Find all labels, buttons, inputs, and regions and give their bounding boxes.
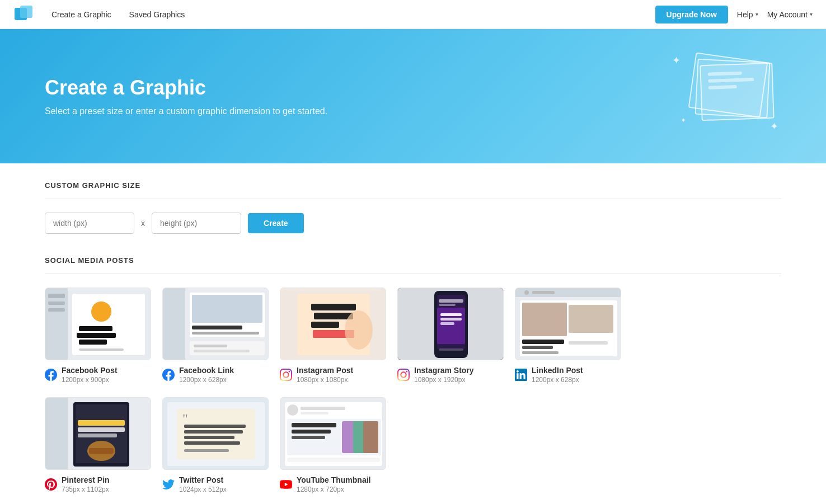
preset-info-facebook-post: Facebook Post 1200px x 900px xyxy=(45,366,151,384)
preset-name-facebook-link: Facebook Link xyxy=(179,366,234,375)
svg-rect-73 xyxy=(301,412,328,414)
preset-info-facebook-link: Facebook Link 1200px x 628px xyxy=(162,366,269,384)
svg-rect-77 xyxy=(292,436,325,439)
svg-rect-56 xyxy=(78,427,125,432)
svg-rect-19 xyxy=(190,341,265,355)
preset-info-instagram-post: Instagram Post 1080px x 1080px xyxy=(280,366,386,384)
preset-info-pinterest-pin: Pinterest Pin 735px x 1102px xyxy=(45,475,151,493)
preset-thumb-twitter-post: " xyxy=(162,397,269,470)
preset-card-pinterest-pin[interactable]: Pinterest Pin 735px x 1102px xyxy=(45,397,151,493)
svg-rect-57 xyxy=(78,434,117,437)
create-custom-button[interactable]: Create xyxy=(248,213,304,233)
preset-info-linkedin-post: LinkedIn Post 1200px x 628px xyxy=(515,366,621,384)
svg-rect-50 xyxy=(522,351,559,354)
svg-rect-14 xyxy=(163,288,185,360)
preset-dims-twitter-post: 1024px x 512px xyxy=(179,486,227,493)
svg-rect-38 xyxy=(439,348,463,351)
preset-name-twitter-post: Twitter Post xyxy=(179,475,227,484)
svg-rect-6 xyxy=(48,308,65,312)
navbar: Create a Graphic Saved Graphics Upgrade … xyxy=(0,0,826,29)
hero-title: Create a Graphic xyxy=(45,76,327,100)
preset-thumb-youtube-thumbnail xyxy=(280,397,386,470)
preset-card-youtube-thumbnail[interactable]: YouTube Thumbnail 1280px x 720px xyxy=(280,397,386,493)
social-media-posts-title: SOCIAL MEDIA POSTS xyxy=(45,256,781,265)
upgrade-now-button[interactable]: Upgrade Now xyxy=(655,6,728,23)
svg-rect-18 xyxy=(192,332,259,335)
svg-rect-1 xyxy=(20,6,32,18)
svg-rect-40 xyxy=(515,288,621,297)
nav-saved-graphics[interactable]: Saved Graphics xyxy=(129,10,185,19)
sparkle-icon-1: ✦ xyxy=(672,54,680,67)
svg-rect-26 xyxy=(311,322,339,328)
svg-rect-37 xyxy=(440,322,454,325)
svg-rect-44 xyxy=(522,303,567,336)
height-input[interactable] xyxy=(152,213,241,234)
preset-dims-facebook-post: 1200px x 900px xyxy=(62,376,118,384)
preset-dims-youtube-thumbnail: 1280px x 720px xyxy=(297,486,370,493)
svg-rect-45 xyxy=(569,305,613,333)
pinterest-icon xyxy=(45,478,57,491)
navbar-right: Upgrade Now Help ▾ My Account ▾ xyxy=(655,6,813,23)
svg-rect-75 xyxy=(292,423,336,427)
hero-subtitle: Select a preset size or enter a custom g… xyxy=(45,106,327,116)
width-input[interactable] xyxy=(45,213,134,234)
custom-size-section: CUSTOM GRAPHIC SIZE x Create xyxy=(45,181,781,234)
svg-rect-52 xyxy=(45,398,68,470)
my-account-menu-button[interactable]: My Account ▾ xyxy=(767,10,813,19)
preset-dims-linkedin-post: 1200px x 628px xyxy=(532,376,583,384)
svg-rect-36 xyxy=(440,318,462,321)
svg-rect-67 xyxy=(184,441,240,445)
preset-card-instagram-post[interactable]: Instagram Post 1080px x 1080px xyxy=(280,288,386,384)
svg-rect-80 xyxy=(363,421,378,453)
svg-rect-81 xyxy=(287,458,380,462)
preset-name-instagram-story: Instagram Story xyxy=(414,366,474,375)
preset-name-pinterest-pin: Pinterest Pin xyxy=(62,475,110,484)
preset-dims-pinterest-pin: 735px x 1102px xyxy=(62,486,110,493)
preset-card-facebook-link[interactable]: Facebook Link 1200px x 628px xyxy=(162,288,269,384)
preset-thumb-linkedin-post xyxy=(515,288,621,360)
svg-rect-46 xyxy=(569,335,615,340)
preset-name-instagram-post: Instagram Post xyxy=(297,366,353,375)
svg-rect-9 xyxy=(79,326,112,331)
svg-text:": " xyxy=(182,411,188,426)
preset-info-twitter-post: Twitter Post 1024px x 512px xyxy=(162,475,269,493)
logo[interactable] xyxy=(13,4,34,25)
svg-rect-34 xyxy=(437,308,465,344)
preset-card-twitter-post[interactable]: " Twitter Post 1024px x xyxy=(162,397,269,493)
main-content: CUSTOM GRAPHIC SIZE x Create SOCIAL MEDI… xyxy=(0,163,826,504)
social-media-posts-section: SOCIAL MEDIA POSTS xyxy=(45,256,781,493)
svg-rect-66 xyxy=(184,436,234,439)
svg-rect-7 xyxy=(72,294,145,355)
preset-card-linkedin-post[interactable]: LinkedIn Post 1200px x 628px xyxy=(515,288,621,384)
svg-rect-76 xyxy=(292,430,331,434)
preset-card-facebook-post[interactable]: Facebook Post 1200px x 900px xyxy=(45,288,151,384)
svg-rect-32 xyxy=(439,299,463,303)
svg-rect-5 xyxy=(48,302,65,305)
svg-rect-33 xyxy=(439,304,456,306)
facebook-link-icon xyxy=(162,369,175,381)
svg-rect-55 xyxy=(78,420,125,426)
x-label: x xyxy=(141,219,145,228)
svg-rect-10 xyxy=(77,333,116,338)
svg-point-8 xyxy=(91,302,111,322)
preset-thumb-instagram-post xyxy=(280,288,386,360)
svg-rect-72 xyxy=(301,407,345,410)
preset-info-youtube-thumbnail: YouTube Thumbnail 1280px x 720px xyxy=(280,475,386,493)
preset-thumb-instagram-story xyxy=(397,288,504,360)
help-chevron-icon: ▾ xyxy=(755,11,758,17)
preset-card-instagram-story[interactable]: Instagram Story 1080px x 1920px xyxy=(397,288,504,384)
svg-rect-48 xyxy=(522,340,564,344)
help-menu-button[interactable]: Help ▾ xyxy=(737,10,758,19)
nav-create-graphic[interactable]: Create a Graphic xyxy=(51,10,111,19)
svg-rect-21 xyxy=(194,350,250,352)
custom-size-title: CUSTOM GRAPHIC SIZE xyxy=(45,181,781,190)
preset-info-instagram-story: Instagram Story 1080px x 1920px xyxy=(397,366,504,384)
sparkle-icon-3: ✦ xyxy=(680,116,686,124)
svg-point-71 xyxy=(287,404,298,416)
svg-rect-16 xyxy=(192,295,262,323)
preset-thumb-facebook-post xyxy=(45,288,151,360)
svg-rect-17 xyxy=(192,326,242,329)
social-media-grid-row2: Pinterest Pin 735px x 1102px " xyxy=(45,397,781,493)
svg-rect-64 xyxy=(184,425,246,428)
svg-rect-42 xyxy=(532,291,555,294)
